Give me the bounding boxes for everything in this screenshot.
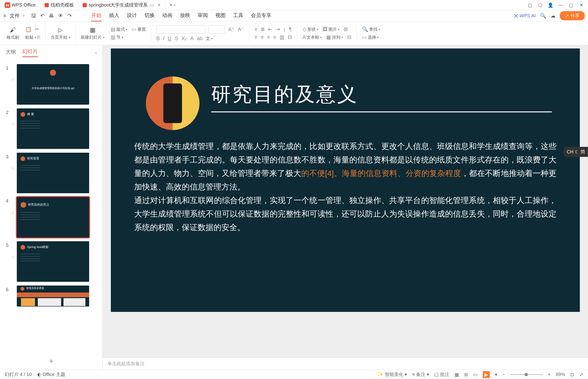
zoom-knob[interactable] — [524, 373, 528, 376]
notes-toggle[interactable]: ≡ 备注 ▾ — [412, 371, 429, 378]
slide-viewport[interactable]: 研究目的及意义 传统的大学生成绩管理，都是依靠人力来完成的，比如更改联系方式、更… — [103, 45, 588, 358]
thumb-slide-6[interactable]: 管理员登录界面 — [17, 285, 89, 306]
beautify-button[interactable]: ✨ 智能美化 ▾ — [378, 371, 407, 378]
search-icon[interactable]: 🔍 — [540, 13, 546, 19]
zoom-value[interactable]: 89% — [556, 372, 565, 377]
reading-view-icon[interactable]: ▭ — [473, 372, 478, 377]
file-dropdown-icon[interactable]: ▾ — [23, 14, 24, 17]
subscript-icon[interactable]: X₂ — [181, 35, 187, 42]
current-slide[interactable]: 研究目的及意义 传统的大学生成绩管理，都是依靠人力来完成的，比如更改联系方式、更… — [111, 48, 580, 312]
outline-tab[interactable]: 大纲 — [6, 48, 16, 57]
paste-button[interactable]: 粘贴▾⎘ — [25, 34, 40, 40]
slide-title[interactable]: 研究目的及意义 — [211, 81, 358, 108]
cube-icon[interactable]: ⬡ — [538, 2, 543, 8]
normal-view-icon[interactable]: ▦ — [454, 372, 459, 377]
scissors-icon[interactable]: ✂ — [35, 26, 39, 32]
comments-toggle[interactable]: ▢ 批注 — [434, 371, 449, 378]
align-vert-icon[interactable]: ⊟ — [288, 34, 292, 40]
print-icon[interactable]: 🖶 — [49, 13, 54, 19]
tab-start[interactable]: 开始 — [91, 10, 101, 21]
theme-indicator[interactable]: ◐ Office 主题 — [37, 371, 65, 378]
textbox-button[interactable]: A文本框▾ ▦排列▾ ⊟ — [302, 34, 352, 40]
ime-badge[interactable]: CH ☾ 简 — [564, 147, 588, 157]
slideshow-button[interactable]: ▶ — [483, 371, 490, 378]
window-layout-icon[interactable]: ▢ — [527, 2, 533, 8]
columns-icon[interactable]: ▥ — [280, 34, 285, 40]
zoom-in-icon[interactable]: + — [548, 372, 551, 377]
extra2-icon[interactable]: ⊟ — [347, 34, 352, 40]
select-button[interactable]: ▭选择▾ — [362, 34, 380, 40]
format-painter-button[interactable]: 🖌 格式刷 — [7, 26, 19, 40]
star-icon[interactable]: ☆ — [11, 197, 15, 215]
text-effects-button[interactable]: 文▾ — [206, 36, 213, 41]
align-justify-icon[interactable]: ≡ — [273, 34, 276, 40]
fit-window-icon[interactable]: ⊡ — [570, 372, 574, 377]
tab-slideshow[interactable]: 放映 — [180, 10, 190, 21]
notes-bar[interactable]: 单击此处添加备注 — [103, 358, 588, 370]
star-icon[interactable]: ☆ — [11, 153, 15, 171]
slide-counter[interactable]: 幻灯片 4 / 10 — [5, 371, 32, 378]
tab-member[interactable]: 会员专享 — [251, 10, 271, 21]
wps-ai-button[interactable]: WPS AI — [514, 13, 536, 18]
play-dropdown-icon[interactable]: ▾ — [495, 372, 497, 377]
font-size-select[interactable] — [209, 25, 225, 33]
tab-document[interactable]: springboot大学生成绩管理系 ▭ ✕ — [78, 0, 165, 10]
align-left-icon[interactable]: ≡ — [254, 34, 257, 40]
tab-review[interactable]: 审阅 — [198, 10, 208, 21]
indent-left-icon[interactable]: ⇤ — [268, 26, 272, 32]
number-list-icon[interactable]: ≣ — [261, 26, 265, 32]
align-right-icon[interactable]: ≡ — [267, 34, 270, 40]
tab-animation[interactable]: 动画 — [162, 10, 172, 21]
section-button[interactable]: ▥节▾ — [111, 34, 146, 40]
undo-icon[interactable]: ↶ — [40, 13, 45, 19]
highlight-icon[interactable]: ab — [197, 35, 202, 42]
slides-tab[interactable]: 幻灯片 — [22, 48, 38, 57]
tab-view[interactable]: 视图 — [215, 10, 226, 21]
tab-insert[interactable]: 插入 — [109, 10, 119, 21]
tab-transition[interactable]: 切换 — [144, 10, 155, 21]
from-current-button[interactable]: ▷ 当页开始 ▾ — [51, 26, 70, 40]
add-slide-button[interactable]: + — [0, 353, 102, 370]
thumb-slide-3[interactable]: 研究背景 ━━━━━━━━━━━━━━━━━━━━━━━━━━━━━━━━━━━… — [17, 153, 89, 193]
font-family-select[interactable] — [156, 25, 205, 33]
tab-template[interactable]: 找稻壳模板 — [40, 0, 78, 10]
close-tab-icon[interactable]: ✕ — [157, 2, 161, 8]
presentation-mode-icon[interactable]: ▭ — [150, 2, 154, 8]
slide-body[interactable]: 传统的大学生成绩管理，都是依靠人力来完成的，比如更改联系方式、更改个人信息、班级… — [134, 139, 556, 234]
new-slide-button[interactable]: ▦ 新建幻灯片 ▾ — [81, 26, 104, 40]
avatar-icon[interactable]: 👤 — [548, 2, 553, 8]
tab-tools[interactable]: 工具 — [233, 10, 243, 21]
thumb-slide-1[interactable]: 大学生成绩管理系统的设计与实现.ppt — [17, 64, 89, 105]
hamburger-icon[interactable]: ≡ — [3, 13, 6, 19]
shape-button[interactable]: ◇形状▾ 🖼图片▾ ⊞ — [302, 26, 352, 32]
expand-icon[interactable]: ⤢ — [579, 372, 583, 377]
font-color-icon[interactable]: A — [190, 35, 194, 42]
star-icon[interactable]: ☆ — [11, 108, 15, 126]
bullet-list-icon[interactable]: ≡ — [254, 26, 257, 32]
collapse-icon[interactable]: ‹ — [95, 50, 97, 55]
increase-font-icon[interactable]: A⁺ — [228, 26, 235, 32]
line-spacing-icon[interactable]: ↕ — [283, 26, 286, 32]
minimize-icon[interactable]: — — [558, 2, 563, 8]
tab-design[interactable]: 设计 — [127, 10, 137, 21]
text-direction-icon[interactable]: ¶ — [289, 26, 292, 32]
extra-icon[interactable]: ⊞ — [344, 26, 348, 32]
indent-right-icon[interactable]: ⇥ — [276, 26, 280, 32]
thumb-slide-2[interactable]: 摘 要 ━━━━━━━━━━━━━━━━━━━━━━━━━━━━━━━━━━━━… — [17, 108, 89, 149]
star-icon[interactable]: ☆ — [11, 241, 15, 259]
thumb-slide-5[interactable]: Spring boot框架 ━━━━━━━━━━━━━━━━━━━━━━━━━━… — [17, 241, 89, 282]
zoom-slider[interactable] — [510, 374, 543, 375]
align-center-icon[interactable]: ≡ — [261, 34, 264, 40]
find-button[interactable]: 🔍查找▾ — [362, 26, 380, 32]
star-icon[interactable]: ☆ — [11, 64, 15, 82]
strike-icon[interactable]: S — [175, 35, 178, 42]
share-button[interactable]: ↗ 分享 — [560, 11, 585, 20]
close-window-icon[interactable]: ✕ — [579, 2, 584, 8]
zoom-out-icon[interactable]: − — [502, 372, 505, 377]
maximize-icon[interactable]: ▢ — [568, 2, 573, 8]
copy-icon[interactable]: ⎘ — [37, 34, 40, 40]
thumb-slide-4[interactable]: 研究目的及意义 ━━━━━━━━━━━━━━━━━━━━━━━━━━━━━━━━… — [17, 197, 89, 237]
sorter-view-icon[interactable]: ⊞ — [464, 372, 468, 377]
layout-button[interactable]: ▤版式▾ ▭重置 — [111, 26, 146, 32]
underline-icon[interactable]: U — [168, 35, 171, 42]
